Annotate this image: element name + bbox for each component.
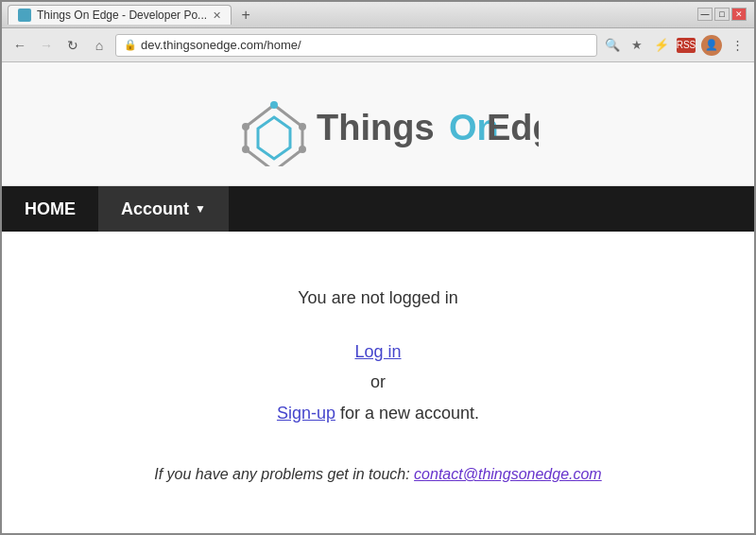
url-text: dev.thingsonedge.com/home/ — [141, 38, 301, 52]
user-avatar[interactable]: 👤 — [701, 35, 722, 56]
close-button[interactable]: ✕ — [731, 8, 747, 21]
window-controls: — □ ✕ — [697, 8, 747, 21]
search-icon[interactable]: 🔍 — [603, 36, 622, 55]
contact-email-link[interactable]: contact@thingsonedge.com — [414, 466, 602, 482]
home-nav-button[interactable]: ⌂ — [89, 35, 110, 56]
not-logged-in-message: You are not logged in — [298, 288, 457, 308]
main-content: You are not logged in Log in or Sign-up … — [2, 232, 754, 533]
tab-title: Things On Edge - Developer Po... — [37, 9, 207, 22]
login-line: Log in — [277, 337, 479, 367]
action-links: Log in or Sign-up for a new account. — [277, 337, 479, 428]
svg-point-2 — [270, 101, 278, 109]
logo-svg: Things On Edge — [217, 91, 539, 166]
signup-line: Sign-up for a new account. — [277, 398, 479, 428]
browser-tab[interactable]: Things On Edge - Developer Po... ✕ — [8, 5, 232, 25]
svg-text:Edge: Edge — [487, 108, 539, 147]
browser-icons: 🔍 ★ ⚡ RSS 👤 ⋮ — [603, 35, 747, 56]
minimize-button[interactable]: — — [697, 8, 713, 21]
svg-text:Things: Things — [317, 108, 435, 147]
signup-link[interactable]: Sign-up — [277, 404, 335, 423]
rss-icon[interactable]: RSS — [677, 38, 696, 53]
maximize-button[interactable]: □ — [714, 8, 730, 21]
bookmark-icon[interactable]: ★ — [627, 36, 646, 55]
nav-bar: HOME Account ▼ — [2, 186, 754, 232]
extensions-icon[interactable]: ⚡ — [652, 36, 671, 55]
nav-home[interactable]: HOME — [2, 186, 98, 232]
contact-prefix: If you have any problems get in touch: — [154, 466, 414, 482]
nav-account[interactable]: Account ▼ — [98, 186, 229, 232]
browser-window: Things On Edge - Developer Po... ✕ + — □… — [0, 0, 756, 535]
title-bar: Things On Edge - Developer Po... ✕ + — □… — [2, 2, 754, 28]
forward-button[interactable]: → — [36, 35, 57, 56]
tab-close-icon[interactable]: ✕ — [213, 9, 221, 22]
address-bar-area: ← → ↻ ⌂ 🔒 dev.thingsonedge.com/home/ 🔍 ★… — [2, 28, 754, 62]
lock-icon: 🔒 — [124, 39, 137, 51]
address-bar[interactable]: 🔒 dev.thingsonedge.com/home/ — [115, 34, 597, 57]
svg-point-7 — [242, 123, 249, 130]
nav-account-dropdown: Account ▼ — [121, 199, 206, 219]
svg-point-3 — [299, 123, 306, 130]
back-button[interactable]: ← — [9, 35, 30, 56]
signup-suffix: for a new account. — [335, 404, 479, 423]
reload-button[interactable]: ↻ — [62, 35, 83, 56]
tab-favicon — [18, 9, 31, 22]
svg-point-4 — [299, 146, 306, 153]
site-logo: Things On Edge — [217, 91, 539, 166]
svg-marker-1 — [258, 117, 290, 159]
page-content: Things On Edge HOME Account ▼ You are no… — [2, 62, 754, 533]
svg-point-6 — [242, 146, 249, 153]
menu-icon[interactable]: ⋮ — [728, 36, 747, 55]
contact-line: If you have any problems get in touch: c… — [154, 466, 601, 483]
logo-area: Things On Edge — [2, 62, 754, 186]
or-line: or — [277, 367, 479, 397]
new-tab-button[interactable]: + — [235, 5, 256, 26]
dropdown-arrow-icon: ▼ — [195, 202, 206, 216]
login-link[interactable]: Log in — [354, 342, 401, 361]
